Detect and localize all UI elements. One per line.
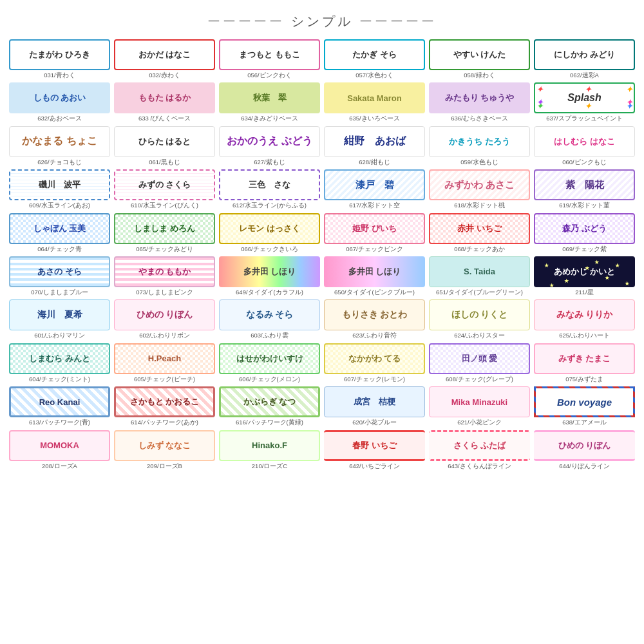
name-badge[interactable]: なかがわ てる [324,343,425,374]
name-badge[interactable]: みずかわ あさこ [429,169,530,200]
grid-cell[interactable]: にしかわ みどり062/迷彩A [534,39,635,79]
grid-cell[interactable]: なかがわ てる607/チェック(レモン) [324,343,425,383]
grid-cell[interactable]: Reo Kanai613/パッチワーク(青) [9,386,110,426]
name-badge[interactable]: ひめの りぼん [534,430,635,461]
grid-cell[interactable]: ひめの りぼん602/ふわりリボン [114,299,215,339]
grid-cell[interactable]: なるみ そら603/ふわり雲 [219,299,320,339]
grid-cell[interactable]: 多井田 しほり650/タイダイ(ピンクブルー) [324,256,425,296]
name-badge[interactable]: Hinako.F [219,430,320,461]
name-badge[interactable]: 田ノ頭 愛 [429,343,530,374]
name-badge[interactable]: 漆戸 碧 [324,169,425,200]
grid-cell[interactable]: さかもと かおるこ614/パッチワーク(あか) [114,386,215,426]
name-badge[interactable]: さくら ふたば [429,430,530,461]
name-badge[interactable]: 森乃 ぶどう [534,213,635,244]
grid-cell[interactable]: Sakata Maron635/きいろベース [324,82,425,122]
grid-cell[interactable]: おかだ はなこ032/赤わく [114,39,215,79]
name-badge[interactable]: かきうち たろう [429,126,530,157]
grid-cell[interactable]: Hinako.F210/ローズC [219,430,320,469]
name-badge[interactable]: ひめの りぼん [114,299,215,330]
grid-cell[interactable]: ももた はるか633 /ぴんくベース [114,82,215,122]
grid-cell[interactable]: やまの ももか073/しましまピンク [114,256,215,296]
grid-cell[interactable]: しゃぼん 玉美064/チェック青 [9,213,110,252]
grid-cell[interactable]: 姫野 ぴいち067/チェックピンク [324,213,425,252]
name-badge[interactable]: しまむら みんと [9,343,110,374]
grid-cell[interactable]: 紫 陽花619/水彩ドット菫 [534,169,635,209]
name-badge[interactable]: もりさき おとわ [324,299,425,330]
name-badge[interactable]: 磯川 波平 [9,169,110,200]
grid-cell[interactable]: 漆戸 碧617/水彩ドット空 [324,169,425,209]
name-badge[interactable]: やまの ももか [114,256,215,287]
name-badge[interactable]: 三色 さな [219,169,320,200]
name-badge[interactable]: あさの そら [9,256,110,287]
name-badge[interactable]: さかもと かおるこ [114,386,215,417]
grid-cell[interactable]: ★★★★★★★★あめかじ かいと211/星 [534,256,635,296]
name-badge[interactable]: 紺野 あおば [324,126,425,157]
name-badge[interactable]: かなまる ちょこ [9,126,110,157]
grid-cell[interactable]: おかのうえ ぶどう627/紫もじ [219,126,320,166]
name-badge[interactable]: たかぎ そら [324,39,425,70]
name-badge[interactable]: しましま めろん [114,213,215,244]
name-badge[interactable]: やすい けんた [429,39,530,70]
name-badge[interactable]: 姫野 ぴいち [324,213,425,244]
grid-cell[interactable]: 赤井 いちご068/チェックあか [429,213,530,252]
grid-cell[interactable]: 田ノ頭 愛608/チェック(グレープ) [429,343,530,383]
name-badge[interactable]: 多井田 しほり [219,256,320,287]
grid-cell[interactable]: はしむら はなこ060/ピンクもじ [534,126,635,166]
grid-cell[interactable]: 秋葉 翠634/きみどりベース [219,82,320,122]
name-badge[interactable]: はしむら はなこ [534,126,635,157]
name-badge[interactable]: 多井田 しほり [324,256,425,287]
grid-cell[interactable]: 磯川 波平609/水玉ライン(あお) [9,169,110,209]
grid-cell[interactable]: 多井田 しほり649/タイダイ(カラフル) [219,256,320,296]
name-badge[interactable]: しもの あおい [9,82,110,113]
name-badge[interactable]: みなみ りりか [534,299,635,330]
grid-cell[interactable]: さくら ふたば643/さくらんぼライン [429,430,530,469]
grid-cell[interactable]: しもの あおい632/あおベース [9,82,110,122]
name-badge[interactable]: 春野 いちご [324,430,425,461]
name-badge[interactable]: まつもと ももこ [219,39,320,70]
grid-cell[interactable]: H.Peach605/チェック(ピーチ) [114,343,215,383]
name-badge[interactable]: Mika Minazuki [429,386,530,417]
grid-cell[interactable]: S. Taida651/タイダイ(ブルーグリーン) [429,256,530,296]
grid-cell[interactable]: やすい けんた058/緑わく [429,39,530,79]
grid-cell[interactable]: しましま めろん065/チェックみどり [114,213,215,252]
grid-cell[interactable]: MOMOKA208/ローズA [9,430,110,469]
grid-cell[interactable]: ✦✦✦✦✦✦✦✦Splash637/スプラッシュペイント [534,82,635,122]
name-badge[interactable]: レモン はっさく [219,213,320,244]
name-badge[interactable]: H.Peach [114,343,215,374]
name-badge[interactable]: ✦✦✦✦✦✦✦✦Splash [534,82,635,113]
grid-cell[interactable]: ほしの りくと624/ふわりスター [429,299,530,339]
grid-cell[interactable]: しまむら みんと604/チェック(ミント) [9,343,110,383]
name-badge[interactable]: ひらた はると [114,126,215,157]
grid-cell[interactable]: 森乃 ぶどう069/チェック紫 [534,213,635,252]
grid-cell[interactable]: かなまる ちょこ626/チョコもじ [9,126,110,166]
name-badge[interactable]: 成宮 桔梗 [324,386,425,417]
grid-cell[interactable]: しみず ななこ209/ローズB [114,430,215,469]
grid-cell[interactable]: たかぎ そら057/水色わく [324,39,425,79]
grid-cell[interactable]: ひめの りぼん644/りぼんライン [534,430,635,469]
grid-cell[interactable]: はせがわけいすけ606/チェック(メロン) [219,343,320,383]
grid-cell[interactable]: あさの そら070/しましまブルー [9,256,110,296]
grid-cell[interactable]: 春野 いちご642/いちごライン [324,430,425,469]
grid-cell[interactable]: かぶらぎ なつ616/パッチワーク(黄緑) [219,386,320,426]
grid-cell[interactable]: みずの さくら610/水玉ライン(ぴんく) [114,169,215,209]
grid-cell[interactable]: みずかわ あさこ618/水彩ドット桃 [429,169,530,209]
name-badge[interactable]: ★★★★★★★★あめかじ かいと [534,256,635,287]
name-badge[interactable]: おかだ はなこ [114,39,215,70]
name-badge[interactable]: にしかわ みどり [534,39,635,70]
grid-cell[interactable]: 紺野 あおば628/紺もじ [324,126,425,166]
name-badge[interactable]: みたもり ちゅうや [429,82,530,113]
name-badge[interactable]: ほしの りくと [429,299,530,330]
name-badge[interactable]: たまがわ ひろき [9,39,110,70]
name-badge[interactable]: 赤井 いちご [429,213,530,244]
name-badge[interactable]: しみず ななこ [114,430,215,461]
name-badge[interactable]: Sakata Maron [324,82,425,113]
name-badge[interactable]: Bon voyage [534,386,635,417]
grid-cell[interactable]: レモン はっさく066/チェックきいろ [219,213,320,252]
name-badge[interactable]: かぶらぎ なつ [219,386,320,417]
name-badge[interactable]: はせがわけいすけ [219,343,320,374]
name-badge[interactable]: 海川 夏希 [9,299,110,330]
name-badge[interactable]: おかのうえ ぶどう [219,126,320,157]
grid-cell[interactable]: 海川 夏希601/ふわりマリン [9,299,110,339]
name-badge[interactable]: MOMOKA [9,430,110,461]
name-badge[interactable]: 紫 陽花 [534,169,635,200]
